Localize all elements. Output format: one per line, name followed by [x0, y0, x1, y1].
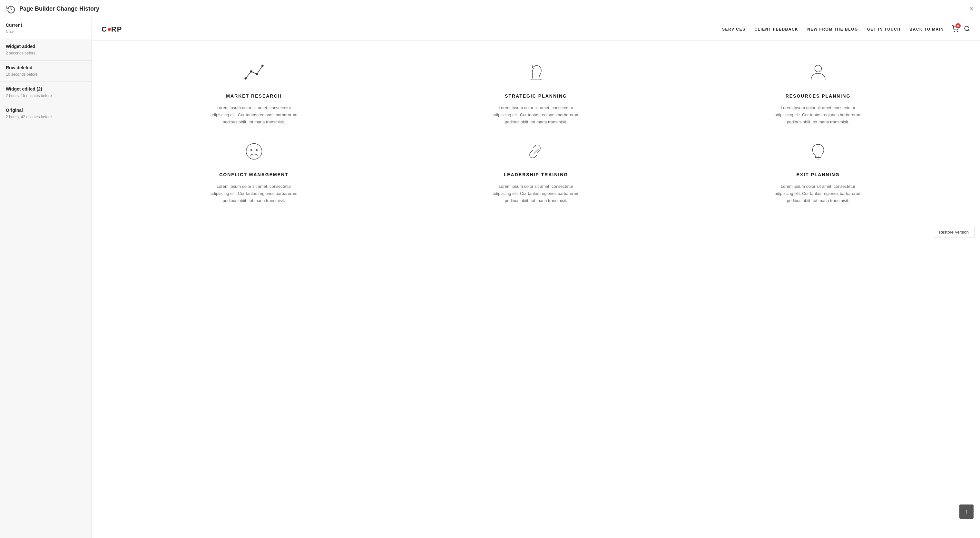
nav-links: SERVICES CLIENT FEEDBACK NEW FROM THE BL…	[722, 27, 944, 32]
main-layout: Current Now Widget added 2 seconds befor…	[0, 18, 980, 538]
sidebar-item-original[interactable]: Original 2 hours, 42 minutes before	[0, 103, 92, 124]
service-card-strategic-planning: STRATEGIC PLANNING Lorem ipsum dolor sit…	[400, 60, 672, 125]
search-button[interactable]	[964, 25, 970, 33]
bulb-icon	[805, 138, 831, 164]
service-title-strategic-planning: STRATEGIC PLANNING	[505, 94, 567, 98]
cart-badge: 0	[956, 23, 961, 29]
sidebar-item-widget-added[interactable]: Widget added 2 seconds before	[0, 39, 92, 60]
link-icon	[523, 138, 549, 164]
svg-point-2	[965, 26, 969, 30]
svg-point-1	[957, 31, 958, 32]
svg-point-11	[250, 149, 252, 151]
svg-point-7	[261, 65, 263, 67]
chess-icon	[523, 60, 549, 86]
service-desc-resources-planning: Lorem ipsum dolor sit amet, consectetur …	[773, 105, 863, 125]
service-card-resources-planning: RESOURCES PLANNING Lorem ipsum dolor sit…	[682, 60, 954, 125]
chart-icon	[241, 60, 267, 86]
history-icon	[6, 5, 16, 14]
svg-point-5	[250, 71, 252, 72]
service-desc-leadership-training: Lorem ipsum dolor sit amet, consectetur …	[491, 183, 581, 204]
site-nav: C RP SERVICES CLIENT FEEDBACK NEW FROM T…	[92, 18, 980, 41]
svg-point-10	[246, 144, 262, 159]
cart-button[interactable]: 0	[951, 25, 959, 33]
service-desc-market-research: Lorem ipsum dolor sit amet, consectetur …	[209, 105, 299, 125]
nav-back-to-main[interactable]: BACK TO MAIN	[910, 27, 944, 32]
service-title-resources-planning: RESOURCES PLANNING	[786, 94, 851, 98]
restore-bar: Restore Version	[92, 224, 980, 240]
sidebar: Current Now Widget added 2 seconds befor…	[0, 18, 92, 538]
service-title-conflict-management: CONFLICT MANAGEMENT	[219, 172, 288, 177]
logo-text-c: C	[102, 25, 107, 33]
logo-text-rp: RP	[111, 25, 123, 33]
service-card-conflict-management: CONFLICT MANAGEMENT Lorem ipsum dolor si…	[118, 138, 390, 204]
svg-point-9	[815, 65, 821, 72]
sad-icon	[241, 138, 267, 164]
service-card-exit-planning: EXIT PLANNING Lorem ipsum dolor sit amet…	[682, 138, 954, 204]
services-grid: MARKET RESEARCH Lorem ipsum dolor sit am…	[92, 41, 980, 224]
person-icon	[805, 60, 831, 86]
nav-services[interactable]: SERVICES	[722, 27, 745, 32]
site-logo: C RP	[102, 25, 122, 33]
sidebar-item-current[interactable]: Current Now	[0, 18, 92, 39]
logo-dot	[108, 28, 111, 31]
nav-client-feedback[interactable]: CLIENT FEEDBACK	[754, 27, 798, 32]
nav-get-in-touch[interactable]: GET IN TOUCH	[867, 27, 901, 32]
scroll-top-button[interactable]: ↑	[959, 505, 974, 519]
sidebar-item-widget-edited[interactable]: Widget edited (2) 2 hours, 15 minutes be…	[0, 82, 92, 103]
service-desc-strategic-planning: Lorem ipsum dolor sit amet, consectetur …	[491, 105, 581, 125]
restore-version-button[interactable]: Restore Version	[933, 227, 975, 237]
service-card-market-research: MARKET RESEARCH Lorem ipsum dolor sit am…	[118, 60, 390, 125]
top-bar: Page Builder Change History ×	[0, 0, 980, 18]
nav-icons: 0	[951, 25, 970, 33]
svg-point-4	[245, 78, 246, 79]
sidebar-item-row-deleted[interactable]: Row deleted 10 seconds before	[0, 60, 92, 82]
service-card-leadership-training: LEADERSHIP TRAINING Lorem ipsum dolor si…	[400, 138, 672, 204]
service-title-market-research: MARKET RESEARCH	[226, 94, 282, 98]
service-desc-exit-planning: Lorem ipsum dolor sit amet, consectetur …	[773, 183, 863, 204]
page-title: Page Builder Change History	[19, 5, 969, 12]
preview-pane: C RP SERVICES CLIENT FEEDBACK NEW FROM T…	[92, 18, 980, 538]
svg-point-6	[256, 73, 258, 75]
svg-point-0	[954, 31, 955, 32]
nav-new-from-blog[interactable]: NEW FROM THE BLOG	[807, 27, 858, 32]
service-desc-conflict-management: Lorem ipsum dolor sit amet, consectetur …	[209, 183, 299, 204]
search-icon	[964, 25, 970, 32]
svg-line-3	[968, 30, 970, 31]
close-button[interactable]: ×	[969, 5, 974, 13]
svg-point-12	[256, 149, 258, 151]
service-title-exit-planning: EXIT PLANNING	[796, 172, 840, 177]
service-title-leadership-training: LEADERSHIP TRAINING	[504, 172, 568, 177]
